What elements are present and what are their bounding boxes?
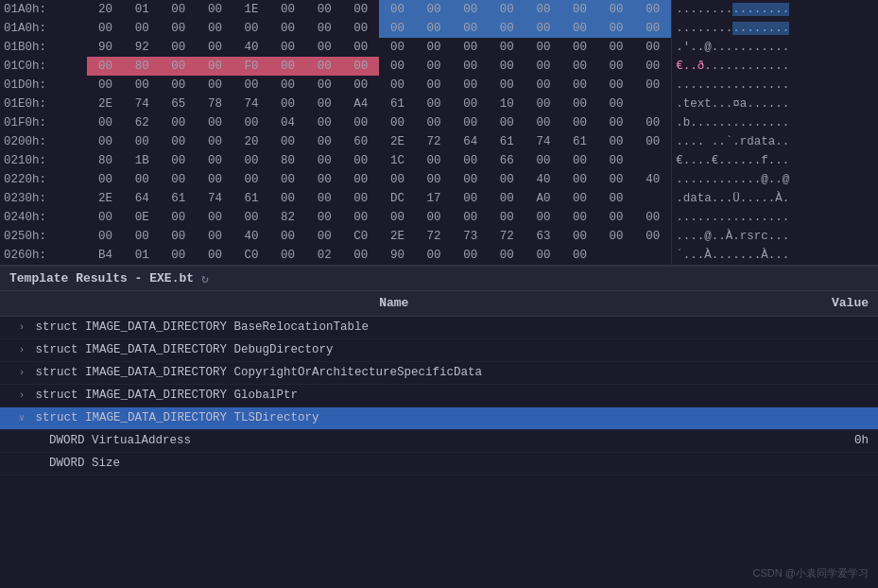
hex-ascii: .data...Ü.....À.	[672, 189, 878, 208]
hex-row: 01E0h: 2E 74 65 78 74 00 00 A4 61 00 00 …	[0, 95, 878, 113]
main-container: 01A0h: 20 01 00 00 1E 00 00 00 00 00 00 …	[0, 0, 878, 588]
refresh-icon[interactable]: ↻	[201, 271, 209, 286]
hex-ascii: .text...¤a......	[672, 95, 878, 113]
hex-byte: 00	[598, 132, 635, 151]
hex-byte: 00	[306, 151, 343, 170]
result-row[interactable]: DWORD Size	[0, 452, 878, 475]
hex-byte: 00	[598, 57, 635, 76]
hex-byte: 63	[525, 227, 562, 246]
result-value-cell: 0h	[788, 429, 878, 452]
hex-byte: 00	[124, 170, 161, 189]
hex-byte: 40	[233, 227, 270, 246]
hex-byte: 00	[525, 95, 562, 113]
hex-byte: 17	[416, 189, 453, 208]
hex-byte: 00	[343, 57, 380, 76]
hex-byte: 72	[416, 132, 453, 151]
result-row[interactable]: DWORD VirtualAddress 0h	[0, 429, 878, 452]
hex-ascii: .b..............	[672, 113, 878, 132]
hex-byte: 00	[379, 57, 416, 76]
hex-byte: 00	[87, 57, 124, 76]
hex-ascii: ................	[672, 0, 878, 19]
hex-byte: A4	[343, 95, 380, 113]
hex-byte: 00	[87, 227, 124, 246]
hex-byte: 00	[379, 19, 416, 38]
hex-byte: 00	[489, 57, 525, 76]
hex-address: 01A0h:	[0, 19, 87, 38]
hex-byte: 00	[343, 246, 380, 265]
hex-byte: 00	[634, 113, 671, 132]
result-row[interactable]: › struct IMAGE_DATA_DIRECTORY DebugDirec…	[0, 338, 878, 361]
result-row[interactable]: › struct IMAGE_DATA_DIRECTORY GlobalPtr	[0, 384, 878, 406]
hex-byte	[634, 189, 671, 208]
result-row[interactable]: › struct IMAGE_DATA_DIRECTORY CopyrightO…	[0, 361, 878, 384]
hex-ascii: ................	[672, 19, 878, 38]
hex-byte: 00	[561, 170, 598, 189]
hex-byte: 00	[561, 208, 598, 227]
hex-ascii: ................	[672, 76, 878, 95]
column-header-value: Value	[788, 291, 878, 316]
hex-byte: 00	[160, 151, 197, 170]
hex-byte: B4	[87, 246, 124, 265]
hex-byte: 2E	[87, 189, 124, 208]
hex-byte: 66	[489, 151, 525, 170]
result-row[interactable]: › struct IMAGE_DATA_DIRECTORY BaseReloca…	[0, 316, 878, 338]
hex-byte: 00	[452, 113, 489, 132]
hex-byte: 00	[160, 38, 197, 57]
hex-byte: 00	[634, 0, 671, 19]
hex-byte: 00	[343, 151, 380, 170]
hex-byte: 0E	[124, 208, 161, 227]
hex-byte: 00	[452, 0, 489, 19]
hex-byte: 00	[598, 208, 635, 227]
template-results-header: Template Results - EXE.bt ↻	[0, 265, 878, 291]
hex-byte: 00	[197, 76, 233, 95]
hex-byte: 00	[160, 246, 197, 265]
hex-byte: 00	[598, 113, 635, 132]
hex-byte: 00	[269, 95, 306, 113]
hex-byte	[634, 95, 671, 113]
result-name-cell: › struct IMAGE_DATA_DIRECTORY BaseReloca…	[0, 316, 788, 338]
hex-byte: 00	[343, 170, 380, 189]
hex-ascii: ´...À.......À...	[672, 246, 878, 265]
hex-address: 01C0h:	[0, 57, 87, 76]
result-name-cell: › struct IMAGE_DATA_DIRECTORY DebugDirec…	[0, 338, 788, 361]
hex-byte: 01	[124, 246, 161, 265]
hex-byte: F0	[233, 57, 270, 76]
hex-byte: 00	[416, 19, 453, 38]
hex-byte: 00	[306, 95, 343, 113]
hex-byte: 00	[124, 227, 161, 246]
hex-byte: C0	[343, 227, 380, 246]
hex-byte: 00	[343, 76, 380, 95]
hex-byte: 00	[379, 76, 416, 95]
hex-ascii: .... ..`.rdata..	[672, 132, 878, 151]
hex-byte: 00	[525, 76, 562, 95]
bottom-section: Template Results - EXE.bt ↻ Name Value ›	[0, 265, 878, 588]
hex-byte: 00	[87, 113, 124, 132]
hex-address: 0220h:	[0, 170, 87, 189]
hex-address: 01A0h:	[0, 0, 87, 19]
hex-address: 0200h:	[0, 132, 87, 151]
hex-byte: 00	[233, 19, 270, 38]
hex-address: 01D0h:	[0, 76, 87, 95]
hex-byte: 00	[416, 113, 453, 132]
hex-byte: 00	[452, 19, 489, 38]
result-row-selected[interactable]: ∨ struct IMAGE_DATA_DIRECTORY TLSDirecto…	[0, 406, 878, 429]
hex-byte: 00	[416, 151, 453, 170]
hex-byte: 20	[233, 132, 270, 151]
hex-byte: 00	[87, 170, 124, 189]
hex-ascii: ....@..À.rsrc...	[672, 227, 878, 246]
hex-byte: 00	[561, 151, 598, 170]
expand-arrow: ›	[19, 345, 25, 355]
hex-byte: 00	[561, 57, 598, 76]
hex-byte: 00	[160, 0, 197, 19]
hex-row: 0230h: 2E 64 61 74 61 00 00 00 DC 17 00 …	[0, 189, 878, 208]
hex-byte: 1C	[379, 151, 416, 170]
hex-byte: 61	[489, 132, 525, 151]
hex-byte: 00	[489, 208, 525, 227]
hex-byte: 00	[525, 0, 562, 19]
hex-byte: 00	[233, 170, 270, 189]
results-table: Name Value › struct IMAGE_DATA_DIRECTORY…	[0, 291, 878, 476]
column-header-name: Name	[0, 291, 788, 316]
hex-byte: 00	[197, 0, 233, 19]
hex-byte: 00	[452, 208, 489, 227]
result-name-text: struct IMAGE_DATA_DIRECTORY GlobalPtr	[36, 389, 299, 402]
